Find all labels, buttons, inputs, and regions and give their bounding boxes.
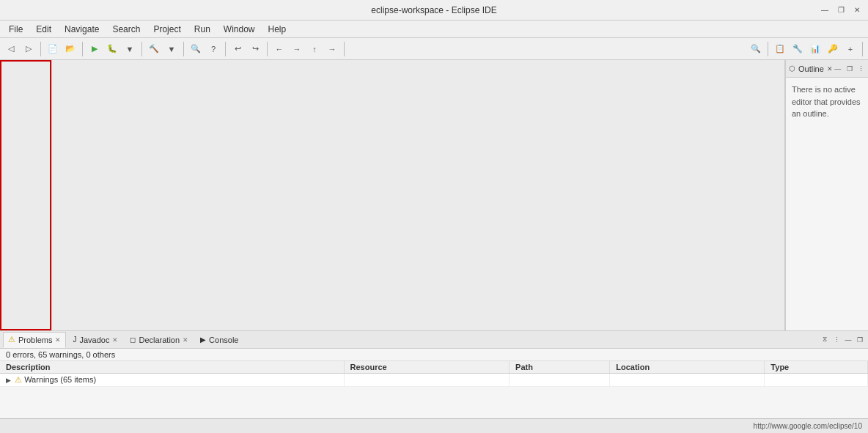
row-description-text: Warnings (65 items) (24, 375, 96, 384)
menu-navigate[interactable]: Navigate (59, 23, 105, 36)
row-resource (344, 374, 510, 387)
tab-problems-close[interactable]: ✕ (55, 336, 61, 344)
table-row[interactable]: ▶ ⚠ Warnings (65 items) (0, 374, 868, 387)
bottom-tabs-bar: ⚠ Problems ✕ J Javadoc ✕ ◻ Declaration ✕… (0, 331, 868, 349)
toolbar-separator-7 (344, 42, 345, 56)
toolbar-run-button[interactable]: ▶ (87, 41, 103, 57)
tab-javadoc-close[interactable]: ✕ (112, 336, 118, 344)
outline-menu-button[interactable]: ⋮ (856, 64, 867, 74)
col-description: Description (0, 361, 344, 374)
menu-project[interactable]: Project (147, 23, 186, 36)
outline-panel-title: Outline (798, 64, 824, 73)
tab-javadoc[interactable]: J Javadoc ✕ (67, 332, 123, 348)
row-location (610, 374, 765, 387)
status-bar-text: http://www.google.com/eclipse/10 (754, 422, 862, 430)
toolbar-perspective-btn2[interactable]: 🔧 (790, 41, 806, 57)
col-resource: Resource (344, 361, 510, 374)
menu-help[interactable]: Help (262, 23, 293, 36)
toolbar-next-button[interactable]: → (289, 41, 305, 57)
title-bar-controls: — ❐ ✕ (820, 5, 862, 15)
toolbar-perspective-btn5[interactable]: + (842, 41, 858, 57)
outline-panel-header: ⬡ Outline ✕ — ❐ ⋮ (786, 60, 868, 78)
row-path (510, 374, 610, 387)
toolbar-redo-button[interactable]: ↪ (247, 41, 263, 57)
outline-icon: ⬡ (789, 64, 795, 73)
toolbar-separator-6 (267, 42, 268, 56)
bottom-tab-controls: ⧖ ⋮ — ❐ (820, 335, 865, 345)
toolbar-build-dropdown[interactable]: ▼ (163, 41, 180, 57)
menu-search[interactable]: Search (106, 23, 146, 36)
tab-problems[interactable]: ⚠ Problems ✕ (3, 332, 66, 348)
tab-declaration-close[interactable]: ✕ (183, 336, 188, 344)
toolbar-help-button[interactable]: ? (205, 41, 221, 57)
close-button[interactable]: ✕ (852, 5, 862, 15)
outline-message: There is no active editor that provides … (792, 84, 862, 120)
row-description: ▶ ⚠ Warnings (65 items) (0, 374, 344, 387)
restore-button[interactable]: ❐ (836, 5, 846, 15)
toolbar-back-button[interactable]: ◁ (3, 41, 19, 57)
toolbar: ◁ ▷ 📄 📂 ▶ 🐛 ▼ 🔨 ▼ 🔍 ? ↩ ↪ ← → ↑ → 🔍 📋 🔧 … (0, 38, 868, 60)
bottom-menu-button[interactable]: ⋮ (831, 335, 842, 345)
outline-panel-title-area: ⬡ Outline ✕ (789, 64, 833, 73)
console-tab-icon: ▶ (200, 336, 206, 344)
problems-table: Description Resource Path Location Type … (0, 361, 868, 387)
toolbar-separator-3 (141, 42, 142, 56)
problems-status: 0 errors, 65 warnings, 0 others (0, 349, 868, 361)
toolbar-search-button[interactable]: 🔍 (188, 41, 204, 57)
toolbar-build-button[interactable]: 🔨 (146, 41, 162, 57)
declaration-tab-icon: ◻ (130, 336, 136, 344)
toolbar-undo-button[interactable]: ↩ (229, 41, 246, 57)
toolbar-up-button[interactable]: ↑ (306, 41, 323, 57)
problems-table-container[interactable]: Description Resource Path Location Type … (0, 361, 868, 418)
outline-panel: ⬡ Outline ✕ — ❐ ⋮ There is no active edi… (785, 60, 868, 330)
minimize-button[interactable]: — (820, 5, 830, 15)
outline-close-icon[interactable]: ✕ (827, 65, 833, 73)
menu-edit[interactable]: Edit (30, 23, 57, 36)
toolbar-separator-5 (225, 42, 226, 56)
col-location: Location (610, 361, 765, 374)
bottom-area: ⚠ Problems ✕ J Javadoc ✕ ◻ Declaration ✕… (0, 330, 868, 418)
toolbar-run-dropdown[interactable]: ▼ (122, 41, 138, 57)
toolbar-prev-button[interactable]: ← (271, 41, 287, 57)
outline-minimize-button[interactable]: — (833, 64, 843, 74)
bottom-maximize-button[interactable]: ❐ (855, 335, 865, 345)
bottom-minimize-button[interactable]: — (843, 335, 853, 345)
title-bar: eclipse-workspace - Eclipse IDE — ❐ ✕ (0, 0, 868, 21)
toolbar-perspective-btn4[interactable]: 🔑 (825, 41, 841, 57)
outline-panel-controls: — ❐ ⋮ (833, 64, 867, 74)
toolbar-new-button[interactable]: 📄 (45, 41, 61, 57)
tab-console[interactable]: ▶ Console (195, 332, 243, 348)
menu-run[interactable]: Run (188, 23, 216, 36)
tab-declaration-label: Declaration (139, 336, 180, 344)
menu-bar: File Edit Navigate Search Project Run Wi… (0, 21, 868, 38)
bottom-filter-button[interactable]: ⧖ (820, 335, 830, 345)
toolbar-perspective-btn1[interactable]: 📋 (772, 41, 788, 57)
toolbar-perspective-btn3[interactable]: 📊 (807, 41, 823, 57)
toolbar-open-button[interactable]: 📂 (62, 41, 78, 57)
tab-declaration[interactable]: ◻ Declaration ✕ (125, 332, 194, 348)
tab-javadoc-label: Javadoc (79, 336, 109, 344)
tab-console-label: Console (209, 336, 238, 344)
toolbar-separator-2 (82, 42, 83, 56)
problems-tab-icon: ⚠ (8, 335, 15, 344)
toolbar-next2-button[interactable]: → (324, 41, 340, 57)
toolbar-search-icon[interactable]: 🔍 (748, 41, 764, 57)
status-bar: http://www.google.com/eclipse/10 (0, 418, 868, 433)
menu-file[interactable]: File (3, 23, 29, 36)
toolbar-debug-button[interactable]: 🐛 (104, 41, 120, 57)
expand-arrow-icon[interactable]: ▶ (6, 377, 11, 384)
outline-maximize-button[interactable]: ❐ (845, 64, 855, 74)
menu-window[interactable]: Window (218, 23, 261, 36)
toolbar-separator-1 (40, 42, 41, 56)
toolbar-forward-button[interactable]: ▷ (21, 41, 37, 57)
col-type: Type (765, 361, 868, 374)
col-path: Path (510, 361, 610, 374)
tab-problems-label: Problems (18, 336, 52, 344)
toolbar-separator-9 (862, 42, 863, 56)
warning-row-icon: ⚠ (15, 375, 22, 384)
outline-panel-content: There is no active editor that provides … (786, 78, 868, 330)
toolbar-separator-8 (768, 42, 768, 56)
javadoc-tab-icon: J (73, 336, 76, 344)
editor-area (51, 60, 785, 330)
main-area: ⬡ Outline ✕ — ❐ ⋮ There is no active edi… (0, 60, 868, 330)
